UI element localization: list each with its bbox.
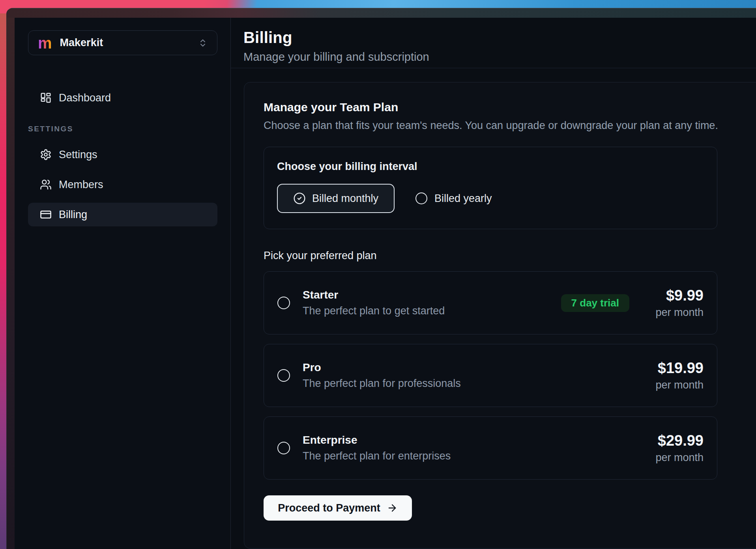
sidebar-item-label: Settings [59, 149, 97, 161]
plan-description: The perfect plan for enterprises [303, 450, 451, 462]
sidebar-item-members[interactable]: Members [28, 173, 217, 196]
page-subtitle: Manage your billing and subscription [243, 50, 740, 63]
radio-circle-icon [415, 192, 427, 204]
check-circle-icon [293, 192, 306, 205]
plan-name: Pro [303, 361, 461, 374]
app-window: m Makerkit Dashboard SETTINGS [6, 8, 756, 549]
plan-text: Enterprise The perfect plan for enterpri… [303, 434, 451, 462]
sidebar-nav: Dashboard SETTINGS Settings Members [28, 86, 217, 226]
radio-circle-icon[interactable] [277, 369, 290, 382]
proceed-to-payment-button[interactable]: Proceed to Payment [264, 495, 412, 521]
sidebar-item-label: Dashboard [59, 92, 111, 104]
billed-monthly-option[interactable]: Billed monthly [277, 184, 395, 213]
main-area: Billing Manage your billing and subscrip… [231, 18, 756, 549]
plan-name: Starter [303, 289, 445, 301]
window-frame-left [7, 18, 15, 549]
button-label: Proceed to Payment [278, 502, 380, 514]
page-title: Billing [243, 29, 740, 47]
plan-price: $29.99 [651, 432, 704, 449]
sidebar-item-settings[interactable]: Settings [28, 143, 217, 166]
billing-interval-box: Choose your billing interval Billed mont… [264, 147, 717, 229]
trial-badge: 7 day trial [561, 294, 629, 312]
plan-row-enterprise[interactable]: Enterprise The perfect plan for enterpri… [264, 416, 717, 480]
billed-yearly-option[interactable]: Billed yearly [415, 192, 492, 205]
sidebar-section-settings: SETTINGS [28, 125, 217, 133]
sidebar-item-label: Billing [59, 209, 87, 221]
plan-text: Pro The perfect plan for professionals [303, 361, 461, 390]
users-icon [40, 179, 52, 190]
credit-card-icon [40, 209, 52, 220]
plan-period: per month [651, 452, 704, 464]
plan-description: The perfect plan for professionals [303, 377, 461, 390]
card-description: Choose a plan that fits your team's need… [264, 120, 756, 132]
workspace-selector[interactable]: m Makerkit [28, 30, 217, 55]
plan-row-pro[interactable]: Pro The perfect plan for professionals $… [264, 344, 717, 407]
page-header: Billing Manage your billing and subscrip… [231, 18, 756, 68]
makerkit-logo-icon: m [38, 35, 52, 51]
plan-name: Enterprise [303, 434, 451, 446]
team-plan-card: Manage your Team Plan Choose a plan that… [244, 82, 756, 549]
sidebar-item-billing[interactable]: Billing [28, 203, 217, 226]
radio-circle-icon[interactable] [277, 442, 290, 454]
plan-price: $9.99 [651, 287, 704, 304]
page-content: Manage your Team Plan Choose a plan that… [231, 68, 756, 549]
radio-circle-icon[interactable] [277, 297, 290, 309]
card-title: Manage your Team Plan [264, 101, 756, 114]
billing-interval-options: Billed monthly Billed yearly [277, 184, 704, 213]
plan-period: per month [651, 306, 704, 319]
sidebar-item-label: Members [59, 179, 103, 191]
plan-row-starter[interactable]: Starter The perfect plan to get started … [264, 271, 717, 334]
arrow-right-icon [387, 502, 398, 514]
workspace-name: Makerkit [60, 37, 103, 49]
plan-price: $19.99 [651, 360, 704, 377]
price-block: $9.99 per month [651, 287, 704, 319]
gear-icon [40, 149, 52, 161]
sidebar-item-dashboard[interactable]: Dashboard [28, 86, 217, 110]
option-label: Billed monthly [312, 192, 378, 205]
billing-interval-label: Choose your billing interval [277, 161, 704, 173]
plan-description: The perfect plan to get started [303, 305, 445, 317]
option-label: Billed yearly [434, 192, 492, 205]
dashboard-icon [40, 92, 52, 104]
chevrons-up-down-icon [198, 38, 208, 48]
price-block: $19.99 per month [651, 360, 704, 391]
plan-period: per month [651, 379, 704, 391]
app-root: m Makerkit Dashboard SETTINGS [15, 18, 756, 549]
plan-text: Starter The perfect plan to get started [303, 289, 445, 317]
sidebar: m Makerkit Dashboard SETTINGS [15, 18, 231, 549]
price-block: $29.99 per month [651, 432, 704, 464]
plans-label: Pick your preferred plan [264, 250, 756, 262]
window-titlebar [7, 8, 756, 18]
